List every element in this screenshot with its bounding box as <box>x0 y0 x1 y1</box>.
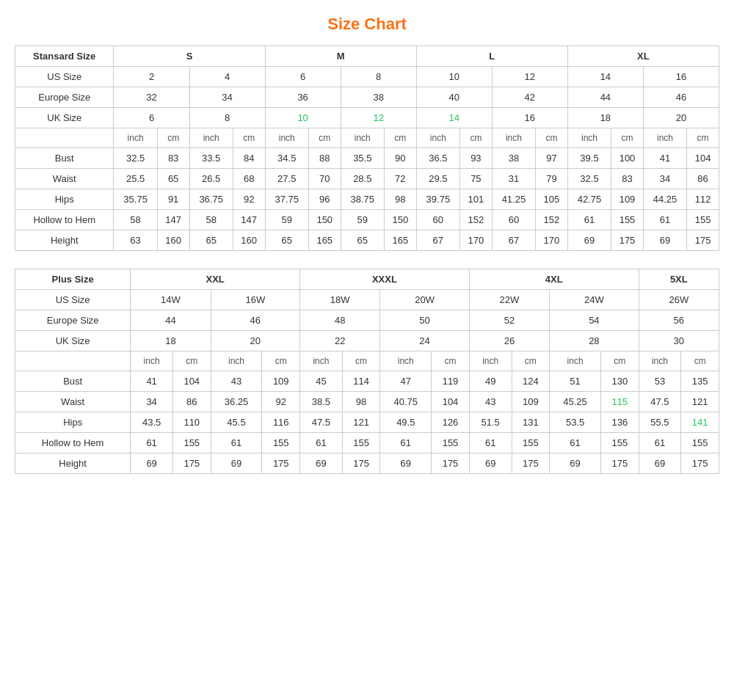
hth-m2-inch: 59 <box>341 210 384 230</box>
waist-m2-inch: 28.5 <box>341 169 384 189</box>
plus-uk-size-label: UK Size <box>15 331 131 351</box>
hips-s1-inch: 35.75 <box>114 189 157 210</box>
plus-size-table: Plus Size XXL XXXL 4XL 5XL US Size 14W 1… <box>15 269 719 474</box>
plus-hth-xxl2-cm: 155 <box>262 433 300 453</box>
bust-s1-cm: 83 <box>157 148 189 169</box>
hth-m2-cm: 150 <box>384 210 416 230</box>
plus-waist-4xl1-cm: 109 <box>512 392 550 412</box>
waist-s1-inch: 25.5 <box>114 169 157 189</box>
height-m1-cm: 165 <box>308 230 341 251</box>
hips-xl1-cm: 109 <box>611 189 644 210</box>
plus-waist-xxl2-cm: 92 <box>262 392 300 412</box>
plus-bust-xxxl1-cm: 114 <box>342 371 380 392</box>
unit-inch-6: inch <box>492 128 535 148</box>
plus-hth-5xl-cm: 155 <box>681 433 719 453</box>
plus-height-xxxl1-inch: 69 <box>300 453 343 474</box>
bust-s2-inch: 33.5 <box>189 148 233 169</box>
plus-hips-5xl-cm: 141 <box>681 412 719 433</box>
plus-hips-label: Hips <box>15 412 131 433</box>
us-size-label: US Size <box>15 67 114 87</box>
plus-waist-5xl-cm: 121 <box>681 392 719 412</box>
plus-height-xxl2-inch: 69 <box>211 453 262 474</box>
plus-waist-xxxl1-inch: 38.5 <box>300 392 343 412</box>
bust-l2-cm: 97 <box>536 148 568 169</box>
uk-size-label: UK Size <box>15 108 114 128</box>
plus-unit-inch-7: inch <box>639 351 681 371</box>
hth-l2-inch: 60 <box>492 210 535 230</box>
standard-size-table: Stansard Size S M L XL US Size 2 4 6 8 1… <box>15 45 719 251</box>
hips-label: Hips <box>15 189 114 210</box>
unit-inch-5: inch <box>416 128 459 148</box>
hollow-to-hem-label: Hollow to Hem <box>15 210 114 230</box>
height-s1-inch: 63 <box>114 230 157 251</box>
plus-bust-xxxl1-inch: 45 <box>300 371 343 392</box>
plus-eu-size-54: 54 <box>550 310 639 331</box>
plus-bust-4xl1-inch: 49 <box>469 371 512 392</box>
plus-eu-size-50: 50 <box>380 310 469 331</box>
unit-cm-8: cm <box>687 128 719 148</box>
hips-xl2-cm: 112 <box>687 189 719 210</box>
unit-inch-3: inch <box>265 128 308 148</box>
uk-size-8: 8 <box>189 108 265 128</box>
eu-size-46: 46 <box>643 87 719 108</box>
plus-waist-xxxl2-cm: 104 <box>432 392 470 412</box>
us-size-2: 2 <box>114 67 189 87</box>
hth-s1-cm: 147 <box>157 210 189 230</box>
waist-m1-cm: 70 <box>308 169 341 189</box>
plus-hth-4xl1-inch: 61 <box>469 433 512 453</box>
plus-height-5xl-cm: 175 <box>681 453 719 474</box>
eu-size-40: 40 <box>416 87 492 108</box>
plus-waist-4xl1-inch: 43 <box>469 392 512 412</box>
plus-hips-4xl1-inch: 51.5 <box>469 412 512 433</box>
plus-us-size-14w: 14W <box>131 290 211 310</box>
unit-cm-4: cm <box>384 128 416 148</box>
uk-size-6: 6 <box>114 108 189 128</box>
hips-l1-cm: 101 <box>459 189 492 210</box>
europe-size-label: Europe Size <box>15 87 114 108</box>
hips-m1-cm: 96 <box>308 189 341 210</box>
plus-height-4xl1-inch: 69 <box>469 453 512 474</box>
plus-us-size-22w: 22W <box>469 290 549 310</box>
plus-eu-size-56: 56 <box>639 310 719 331</box>
plus-hips-xxxl2-inch: 49.5 <box>380 412 432 433</box>
plus-hth-4xl1-cm: 155 <box>512 433 550 453</box>
height-l2-cm: 170 <box>536 230 568 251</box>
plus-bust-xxxl2-inch: 47 <box>380 371 432 392</box>
us-size-10: 10 <box>416 67 492 87</box>
plus-hips-4xl1-cm: 131 <box>512 412 550 433</box>
bust-l1-cm: 93 <box>459 148 492 169</box>
bust-s1-inch: 32.5 <box>114 148 157 169</box>
unit-cm-5: cm <box>459 128 492 148</box>
plus-waist-xxxl2-inch: 40.75 <box>380 392 432 412</box>
eu-size-36: 36 <box>265 87 341 108</box>
eu-size-44: 44 <box>567 87 643 108</box>
hips-m2-cm: 98 <box>384 189 416 210</box>
height-xl2-inch: 69 <box>643 230 686 251</box>
plus-us-size-24w: 24W <box>550 290 639 310</box>
plus-hth-xxl2-inch: 61 <box>211 433 262 453</box>
eu-size-42: 42 <box>492 87 567 108</box>
plus-hth-xxl1-inch: 61 <box>131 433 173 453</box>
plus-bust-4xl1-cm: 124 <box>512 371 550 392</box>
waist-m1-inch: 27.5 <box>265 169 308 189</box>
height-m2-inch: 65 <box>341 230 384 251</box>
plus-us-size-16w: 16W <box>211 290 299 310</box>
bust-s2-cm: 84 <box>233 148 265 169</box>
hth-s1-inch: 58 <box>114 210 157 230</box>
eu-size-32: 32 <box>114 87 189 108</box>
hips-s2-cm: 92 <box>233 189 265 210</box>
unit-inch-2: inch <box>189 128 233 148</box>
size-group-s: S <box>114 46 265 67</box>
plus-bust-5xl-inch: 53 <box>639 371 681 392</box>
plus-eu-size-44: 44 <box>131 310 211 331</box>
hth-xl2-cm: 155 <box>687 210 719 230</box>
plus-uk-size-22: 22 <box>300 331 380 351</box>
plus-europe-size-label: Europe Size <box>15 310 131 331</box>
bust-m2-cm: 90 <box>384 148 416 169</box>
uk-size-18: 18 <box>567 108 643 128</box>
plus-uk-size-24: 24 <box>380 331 469 351</box>
plus-unit-inch-2: inch <box>211 351 262 371</box>
plus-hips-xxl2-inch: 45.5 <box>211 412 262 433</box>
plus-unit-cm-4: cm <box>432 351 470 371</box>
plus-size-group-xxxl: XXXL <box>300 269 470 290</box>
